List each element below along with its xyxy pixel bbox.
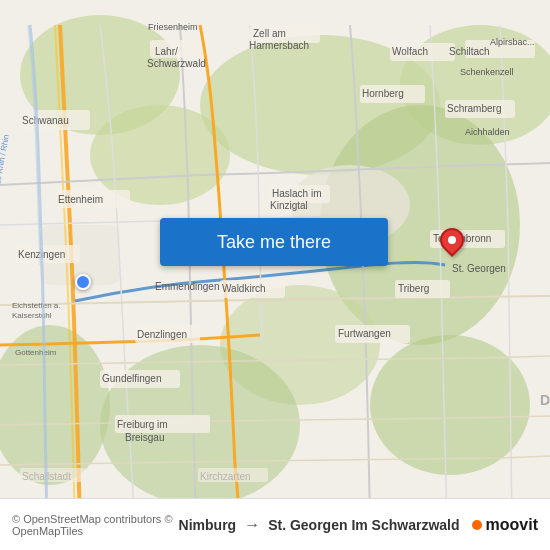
svg-text:Schiltach: Schiltach xyxy=(449,46,490,57)
svg-text:Emmendingen: Emmendingen xyxy=(155,281,219,292)
map-attribution: © OpenStreetMap contributors © OpenMapTi… xyxy=(12,513,179,537)
svg-text:Harmersbach: Harmersbach xyxy=(249,40,309,51)
svg-text:Lahr/: Lahr/ xyxy=(155,46,178,57)
svg-text:Schramberg: Schramberg xyxy=(447,103,501,114)
destination-label: St. Georgen Im Schwarzwald xyxy=(268,517,459,533)
svg-rect-56 xyxy=(198,468,268,482)
svg-text:Eichstetten a.: Eichstetten a. xyxy=(12,301,60,310)
svg-text:Alpirsbac...: Alpirsbac... xyxy=(490,37,535,47)
take-me-there-button[interactable]: Take me there xyxy=(160,218,388,266)
svg-text:St. Georgen: St. Georgen xyxy=(452,263,506,274)
footer-bar: © OpenStreetMap contributors © OpenMapTi… xyxy=(0,498,550,550)
svg-text:Haslach im: Haslach im xyxy=(272,188,321,199)
svg-text:Gundelfingen: Gundelfingen xyxy=(102,373,162,384)
svg-text:Breisgau: Breisgau xyxy=(125,432,164,443)
svg-text:Zell am: Zell am xyxy=(253,28,286,39)
svg-text:Hornberg: Hornberg xyxy=(362,88,404,99)
svg-text:Waldkirch: Waldkirch xyxy=(222,283,266,294)
svg-text:Wolfach: Wolfach xyxy=(392,46,428,57)
svg-text:Schenkenzell: Schenkenzell xyxy=(460,67,514,77)
moovit-dot-icon xyxy=(472,520,482,530)
svg-text:Furtwangen: Furtwangen xyxy=(338,328,391,339)
svg-text:Aichhalden: Aichhalden xyxy=(465,127,510,137)
svg-text:Ettenheim: Ettenheim xyxy=(58,194,103,205)
svg-text:Schwarzwald: Schwarzwald xyxy=(147,58,206,69)
svg-text:D: D xyxy=(540,392,550,408)
destination-marker xyxy=(440,228,464,260)
svg-text:Denzlingen: Denzlingen xyxy=(137,329,187,340)
attribution-text: © OpenStreetMap contributors © OpenMapTi… xyxy=(12,513,173,537)
origin-marker xyxy=(75,274,91,290)
svg-text:Triberg: Triberg xyxy=(398,283,429,294)
svg-text:Kaiserstuhl: Kaiserstuhl xyxy=(12,311,52,320)
svg-rect-54 xyxy=(20,468,85,482)
svg-text:Friesenheim: Friesenheim xyxy=(148,22,198,32)
svg-text:Kinzigtal: Kinzigtal xyxy=(270,200,308,211)
svg-text:Gottenheim: Gottenheim xyxy=(15,348,57,357)
svg-text:Freiburg im: Freiburg im xyxy=(117,419,168,430)
origin-label: Nimburg xyxy=(179,517,237,533)
moovit-brand-text: moovit xyxy=(486,516,538,534)
route-arrow: → xyxy=(244,516,260,534)
map-container: Schwanau Ettenheim Kenzingen Waldkirch D… xyxy=(0,0,550,550)
take-me-there-label: Take me there xyxy=(217,232,331,253)
svg-point-7 xyxy=(370,335,530,475)
route-info: Nimburg → St. Georgen Im Schwarzwald xyxy=(179,516,460,534)
svg-text:Schwanau: Schwanau xyxy=(22,115,69,126)
moovit-logo: moovit xyxy=(472,516,538,534)
